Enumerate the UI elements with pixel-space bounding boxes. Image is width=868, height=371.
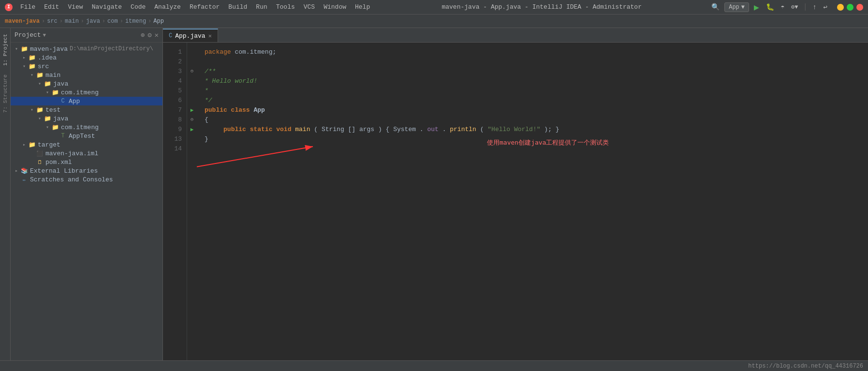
project-icon: 📁 bbox=[20, 45, 28, 53]
tab-close-button[interactable]: ✕ bbox=[208, 32, 212, 40]
menu-navigate[interactable]: Navigate bbox=[88, 2, 126, 12]
run-config-selector[interactable]: App ▼ bbox=[724, 2, 749, 12]
project-panel: Project ▼ ⊕ ⚙ ✕ ▾ 📁 maven-java D:\mainPr… bbox=[11, 28, 163, 371]
dot1: . bbox=[420, 126, 424, 133]
code-line-5: * bbox=[205, 86, 868, 96]
comment-3: /** bbox=[205, 68, 216, 75]
breadcrumb-java[interactable]: java bbox=[86, 18, 100, 25]
run-icon-7[interactable]: ▶ bbox=[191, 105, 194, 115]
close-button[interactable] bbox=[856, 4, 863, 11]
paren2: ( bbox=[480, 126, 488, 133]
sidebar-header: Project ▼ ⊕ ⚙ ✕ bbox=[11, 28, 162, 43]
xml-icon-pom: 🗒 bbox=[36, 158, 44, 166]
menu-window[interactable]: Window bbox=[320, 2, 350, 12]
tree-item-idea[interactable]: ▸ 📁 .idea bbox=[11, 53, 162, 62]
tab-app-java[interactable]: C App.java ✕ bbox=[163, 29, 218, 42]
sidebar-expand-icon[interactable]: ⊕ bbox=[141, 31, 145, 39]
toolbar-separator: | bbox=[803, 3, 808, 12]
menu-build[interactable]: Build bbox=[224, 2, 251, 12]
sidebar-settings-icon[interactable]: ⚙ bbox=[147, 31, 151, 39]
breadcrumb-project[interactable]: maven-java bbox=[5, 18, 40, 25]
toolbar-right: 🔍 App ▼ ▶ 🐛 ☂ ⚙▼ | ↑ ↩ bbox=[709, 1, 863, 14]
type-system: System bbox=[393, 126, 416, 133]
tree-item-target[interactable]: ▸ 📁 target bbox=[11, 140, 162, 149]
code-line-4: * Hello world! bbox=[205, 76, 868, 86]
module-icon-iml: ⬛ bbox=[36, 149, 44, 157]
tree-item-pom[interactable]: 🗒 pom.xml bbox=[11, 158, 162, 166]
run-icon-9[interactable]: ▶ bbox=[191, 125, 194, 134]
tree-item-iml[interactable]: ⬛ maven-java.iml bbox=[11, 149, 162, 158]
debug-button[interactable]: 🐛 bbox=[764, 2, 776, 12]
breadcrumb-app[interactable]: App bbox=[153, 18, 164, 25]
coverage-button[interactable]: ☂ bbox=[779, 2, 786, 12]
menu-view[interactable]: View bbox=[64, 2, 87, 12]
main-layout: 1: Project 7: Structure Project ▼ ⊕ ⚙ ✕ … bbox=[0, 28, 868, 371]
menu-file[interactable]: File bbox=[16, 2, 39, 12]
breadcrumb-main[interactable]: main bbox=[65, 18, 79, 25]
rollback-button[interactable]: ↩ bbox=[822, 2, 829, 12]
tree-arrow-main: ▾ bbox=[28, 72, 36, 78]
menu-bar: File Edit View Navigate Code Analyze Ref… bbox=[16, 2, 374, 12]
tree-item-src[interactable]: ▾ 📁 src bbox=[11, 62, 162, 71]
tree-item-maven-java[interactable]: ▾ 📁 maven-java D:\mainProjectDirectory\ bbox=[11, 45, 162, 53]
menu-code[interactable]: Code bbox=[127, 2, 149, 12]
run-button[interactable]: ▶ bbox=[752, 1, 761, 14]
breadcrumb-src[interactable]: src bbox=[47, 18, 58, 25]
more-run-button[interactable]: ⚙▼ bbox=[789, 2, 800, 12]
menu-help[interactable]: Help bbox=[351, 2, 374, 12]
tree-item-java-test[interactable]: ▾ 📁 java bbox=[11, 114, 162, 123]
code-editor: 1 2 3 4 5 6 7 8 9 13 14 ⊖ bbox=[163, 43, 868, 371]
folder-icon-com-itmeng-test: 📁 bbox=[51, 123, 59, 131]
update-button[interactable]: ↑ bbox=[810, 2, 818, 12]
search-everywhere-icon[interactable]: 🔍 bbox=[709, 2, 721, 12]
kw-package: package bbox=[205, 48, 231, 56]
brace-open: { bbox=[205, 116, 208, 123]
tree-item-scratches[interactable]: ✏ Scratches and Consoles bbox=[11, 175, 162, 184]
tree-item-test[interactable]: ▾ 📁 test bbox=[11, 105, 162, 114]
maximize-button[interactable] bbox=[847, 4, 853, 11]
kw-class: class bbox=[231, 106, 254, 114]
tree-item-app[interactable]: C App bbox=[11, 97, 162, 105]
tree-label-java-test: java bbox=[53, 115, 68, 122]
fn-println: println bbox=[450, 126, 476, 133]
menu-analyze[interactable]: Analyze bbox=[150, 2, 185, 12]
breadcrumb-itmeng[interactable]: itmeng bbox=[125, 18, 146, 25]
breadcrumb-sep6: › bbox=[148, 18, 151, 25]
sidebar-close-icon[interactable]: ✕ bbox=[155, 31, 159, 39]
tree-item-java[interactable]: ▾ 📁 java bbox=[11, 79, 162, 88]
vtab-structure[interactable]: 7: Structure bbox=[1, 71, 9, 117]
title-bar-left: I File Edit View Navigate Code Analyze R… bbox=[5, 2, 374, 12]
intellij-logo: I bbox=[5, 3, 13, 11]
fold-icon-8[interactable]: ⊖ bbox=[191, 115, 193, 125]
gutter-9: ▶ bbox=[187, 125, 197, 134]
str-hello-world: "Hello World!" bbox=[487, 126, 540, 133]
folder-icon-target: 📁 bbox=[28, 141, 36, 148]
tree-item-com-itmeng[interactable]: ▾ 📁 com.itmeng bbox=[11, 88, 162, 97]
vtab-project[interactable]: 1: Project bbox=[1, 30, 9, 70]
brace-close: } bbox=[205, 135, 208, 143]
breadcrumb-com[interactable]: com bbox=[107, 18, 118, 25]
folder-icon-com-itmeng: 📁 bbox=[51, 89, 59, 96]
paren-close: ) { bbox=[378, 126, 393, 133]
comment-6: */ bbox=[205, 97, 212, 104]
menu-edit[interactable]: Edit bbox=[40, 2, 63, 12]
sidebar-dropdown-icon[interactable]: ▼ bbox=[43, 32, 46, 38]
menu-refactor[interactable]: Refactor bbox=[186, 2, 223, 12]
tree-item-external-libraries[interactable]: ▸ 📚 External Libraries bbox=[11, 166, 162, 175]
scratch-icon: ✏ bbox=[20, 176, 28, 183]
menu-vcs[interactable]: VCS bbox=[300, 2, 319, 12]
tree-label-com-itmeng-test: com.itmeng bbox=[61, 124, 99, 131]
menu-tools[interactable]: Tools bbox=[272, 2, 299, 12]
tree-item-apptest[interactable]: T AppTest bbox=[11, 132, 162, 140]
code-content[interactable]: package com.itmeng; /** * Hello world! *… bbox=[197, 43, 868, 371]
tree-item-com-itmeng-test[interactable]: ▾ 📁 com.itmeng bbox=[11, 123, 162, 132]
breadcrumb-sep1: › bbox=[42, 18, 45, 25]
minimize-button[interactable] bbox=[837, 4, 844, 11]
fold-icon-3[interactable]: ⊖ bbox=[191, 67, 193, 76]
paren3: ); } bbox=[544, 126, 559, 133]
tree-label-external-libraries: External Libraries bbox=[30, 167, 98, 175]
line-num-4: 4 bbox=[163, 76, 187, 86]
tree-item-main[interactable]: ▾ 📁 main bbox=[11, 71, 162, 79]
folder-icon-main: 📁 bbox=[36, 71, 44, 79]
menu-run[interactable]: Run bbox=[252, 2, 271, 12]
